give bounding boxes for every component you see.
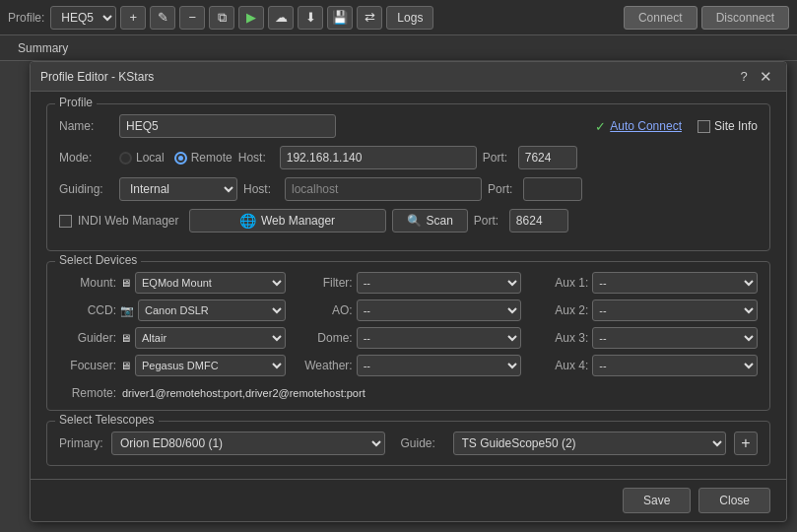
disconnect-button[interactable]: Disconnect xyxy=(701,6,789,30)
guiding-port-input[interactable] xyxy=(523,177,582,201)
filter-label: Filter: xyxy=(296,276,353,290)
guiding-port-label: Port: xyxy=(488,182,517,196)
guide-label: Guide: xyxy=(401,436,445,450)
settings-button[interactable]: ⇄ xyxy=(357,6,382,30)
web-manager-label: Web Manager xyxy=(261,214,335,228)
aux1-row: Aux 1: -- xyxy=(531,272,758,294)
site-info-checkbox[interactable] xyxy=(697,120,710,133)
web-port-input[interactable] xyxy=(509,209,568,233)
aux2-row: Aux 2: -- xyxy=(531,299,758,321)
scan-button[interactable]: 🔍 Scan xyxy=(392,209,468,233)
primary-telescope-select[interactable]: Orion ED80/600 (1) xyxy=(111,432,385,455)
host-label: Host: xyxy=(238,151,274,165)
auto-connect-link[interactable]: Auto Connect xyxy=(610,119,682,133)
focuser-select[interactable]: Pegasus DMFC xyxy=(135,355,286,376)
weather-row: Weather: -- xyxy=(296,355,522,376)
edit-profile-button[interactable]: ✎ xyxy=(150,6,175,30)
globe-icon: 🌐 xyxy=(239,213,256,229)
aux2-label: Aux 2: xyxy=(531,303,588,317)
auto-connect-row: ✓ Auto Connect xyxy=(595,119,682,134)
ccd-label: CCD: xyxy=(59,303,116,317)
host-input[interactable] xyxy=(280,146,477,169)
guider-select[interactable]: Altair xyxy=(135,327,286,349)
guiding-label: Guiding: xyxy=(59,182,113,196)
mode-label: Mode: xyxy=(59,151,113,165)
name-label: Name: xyxy=(59,119,113,133)
guiding-select[interactable]: Internal xyxy=(119,177,237,201)
name-row: Name: ✓ Auto Connect Site Info xyxy=(59,114,758,138)
profile-section: Profile Name: ✓ Auto Connect Site Info M… xyxy=(46,103,770,251)
scan-label: Scan xyxy=(427,214,453,228)
aux4-select[interactable]: -- xyxy=(592,355,758,376)
close-dialog-button[interactable]: Close xyxy=(698,488,770,513)
weather-label: Weather: xyxy=(296,359,353,372)
focuser-row: Focuser: 🖥 Pegasus DMFC xyxy=(59,355,286,376)
summary-tab[interactable]: Summary xyxy=(12,41,74,55)
guider-label: Guider: xyxy=(59,331,116,345)
connect-button[interactable]: Connect xyxy=(624,6,697,30)
remove-profile-button[interactable]: − xyxy=(179,6,205,30)
aux2-select[interactable]: -- xyxy=(592,299,758,321)
aux4-label: Aux 4: xyxy=(531,359,588,372)
dialog-footer: Save Close xyxy=(31,479,786,521)
telescopes-section: Select Telescopes Primary: Orion ED80/60… xyxy=(46,421,770,466)
devices-grid: Mount: 🖥 EQMod Mount Filter: -- Aux 1: -… xyxy=(59,272,758,400)
download-button[interactable]: ⬇ xyxy=(298,6,323,30)
save-button[interactable]: 💾 xyxy=(327,6,353,30)
remote-radio-circle xyxy=(174,152,187,165)
aux1-label: Aux 1: xyxy=(531,276,588,290)
auto-connect-checkmark: ✓ xyxy=(595,119,606,134)
search-icon: 🔍 xyxy=(407,214,422,228)
dome-row: Dome: -- xyxy=(296,327,522,349)
dialog-close-icon-button[interactable]: ✕ xyxy=(755,66,776,88)
name-input[interactable] xyxy=(119,114,336,138)
ccd-select[interactable]: Canon DSLR xyxy=(138,299,286,321)
save-dialog-button[interactable]: Save xyxy=(623,488,691,513)
weather-select[interactable]: -- xyxy=(357,355,522,376)
telescopes-row: Primary: Orion ED80/600 (1) Guide: TS Gu… xyxy=(59,432,758,455)
primary-label: Primary: xyxy=(59,436,103,450)
dome-label: Dome: xyxy=(296,331,353,345)
dome-select[interactable]: -- xyxy=(357,327,522,349)
port-input[interactable] xyxy=(518,146,577,169)
mount-row: Mount: 🖥 EQMod Mount xyxy=(59,272,286,294)
add-profile-button[interactable]: + xyxy=(120,6,146,30)
ao-label: AO: xyxy=(296,303,353,317)
mode-local-radio[interactable]: Local xyxy=(119,151,165,165)
guiding-host-input[interactable] xyxy=(285,177,482,201)
cloud-button[interactable]: ☁ xyxy=(268,6,294,30)
copy-profile-button[interactable]: ⧉ xyxy=(209,6,234,30)
add-telescope-button[interactable]: + xyxy=(734,432,758,455)
indi-checkbox[interactable] xyxy=(59,215,72,228)
guide-telescope-select[interactable]: TS GuideScope50 (2) xyxy=(453,432,727,455)
port-label: Port: xyxy=(483,151,512,165)
aux4-row: Aux 4: -- xyxy=(531,355,758,376)
play-button[interactable]: ▶ xyxy=(238,6,264,30)
remote-row: Remote: driver1@remotehost:port,driver2@… xyxy=(59,386,758,400)
aux3-row: Aux 3: -- xyxy=(531,327,758,349)
subbar: Summary xyxy=(0,35,797,61)
local-radio-label: Local xyxy=(136,151,165,165)
dialog-help-button[interactable]: ? xyxy=(733,66,755,88)
toolbar: Profile: HEQ5 + ✎ − ⧉ ▶ ☁ ⬇ 💾 ⇄ Logs Con… xyxy=(0,0,797,35)
ccd-row: CCD: 📷 Canon DSLR xyxy=(59,299,286,321)
filter-select[interactable]: -- xyxy=(357,272,522,294)
web-manager-button[interactable]: 🌐 Web Manager xyxy=(189,209,386,233)
web-port-label: Port: xyxy=(474,214,503,228)
devices-section-title: Select Devices xyxy=(55,253,141,267)
dialog-titlebar: Profile Editor - KStars ? ✕ xyxy=(31,62,786,92)
guider-row: Guider: 🖥 Altair xyxy=(59,327,286,349)
ao-select[interactable]: -- xyxy=(357,299,522,321)
remote-radio-label: Remote xyxy=(191,151,232,165)
aux1-select[interactable]: -- xyxy=(592,272,758,294)
mount-select[interactable]: EQMod Mount xyxy=(135,272,286,294)
profile-label: Profile: xyxy=(8,11,44,25)
devices-section: Select Devices Mount: 🖥 EQMod Mount Filt… xyxy=(46,261,770,411)
aux3-select[interactable]: -- xyxy=(592,327,758,349)
profile-select[interactable]: HEQ5 xyxy=(50,6,116,30)
mode-remote-radio[interactable]: Remote xyxy=(174,151,232,165)
local-radio-circle xyxy=(119,152,132,165)
logs-button[interactable]: Logs xyxy=(386,6,433,30)
mount-label: Mount: xyxy=(59,276,116,290)
aux3-label: Aux 3: xyxy=(531,331,588,345)
